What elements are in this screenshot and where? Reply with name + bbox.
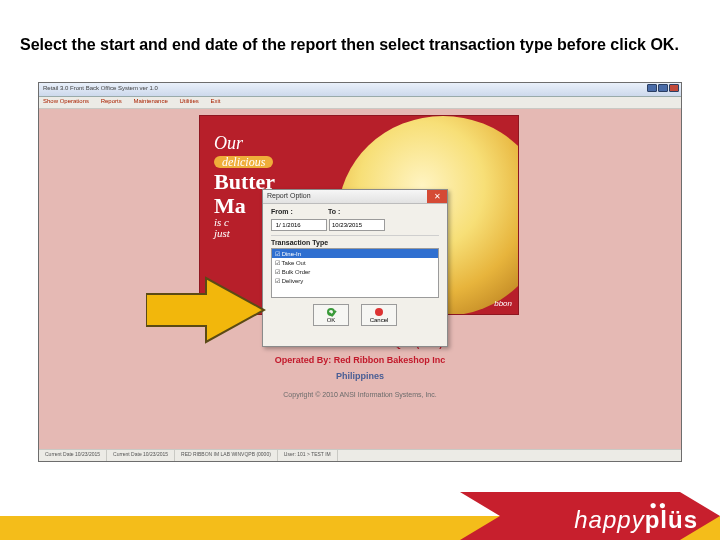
brand-word-b: plüs (645, 506, 698, 533)
from-label: From : (271, 208, 326, 215)
menubar: Show Operations Reports Maintenance Util… (39, 97, 681, 109)
dialog-body: From : To : Transaction Type ☑ Dine-In ☑… (263, 204, 447, 330)
list-item[interactable]: ☑ Delivery (272, 276, 438, 285)
cancel-label: Cancel (370, 317, 389, 323)
dialog-titlebar: Report Option ✕ (263, 190, 447, 204)
status-cell: RED RIBBON IM LAB WINVQPB (0000) (175, 450, 278, 461)
copyright: Copyright © 2010 ANSI Information System… (39, 391, 681, 398)
maximize-button[interactable] (658, 84, 668, 92)
ok-label: OK (327, 317, 336, 323)
statusbar: Current Date 10/23/2015 Current Date 10/… (39, 449, 681, 461)
check-icon (327, 308, 335, 316)
brand-word-a: happy (574, 506, 644, 533)
list-item[interactable]: ☑ Dine-In (272, 249, 438, 258)
minimize-button[interactable] (647, 84, 657, 92)
from-date-input[interactable] (271, 219, 327, 231)
cancel-button[interactable]: Cancel (361, 304, 397, 326)
poster-line: Our (214, 134, 275, 153)
list-item[interactable]: ☑ Take Out (272, 258, 438, 267)
menu-item[interactable]: Exit (210, 98, 220, 104)
country: Philippines (39, 371, 681, 381)
status-cell: User: 101 > TEST IM (278, 450, 338, 461)
instruction-text: Select the start and end date of the rep… (20, 35, 700, 56)
dialog-title: Report Option (267, 192, 311, 199)
window-title: Retail 3.0 Front Back Office System ver … (43, 85, 158, 91)
window-buttons (647, 84, 679, 92)
titlebar: Retail 3.0 Front Back Office System ver … (39, 83, 681, 97)
report-option-dialog: Report Option ✕ From : To : Transaction … (262, 189, 448, 347)
store-info: RED RIBBON IM LAB WINVQPB (0000) Operate… (39, 339, 681, 398)
poster-badge: delicious (214, 156, 273, 169)
poster-brand: bbon (494, 299, 512, 308)
menu-item[interactable]: Maintenance (133, 98, 167, 104)
close-button[interactable] (669, 84, 679, 92)
list-item[interactable]: ☑ Bulk Order (272, 267, 438, 276)
to-date-input[interactable] (329, 219, 385, 231)
brand-logo: happyplüs (574, 506, 698, 534)
svg-marker-0 (146, 278, 264, 342)
dialog-close-button[interactable]: ✕ (427, 190, 447, 203)
ok-button[interactable]: OK (313, 304, 349, 326)
operated-by: Operated By: Red Ribbon Bakeshop Inc (39, 355, 681, 365)
status-cell: Current Date 10/23/2015 (107, 450, 175, 461)
menu-item[interactable]: Utilities (179, 98, 198, 104)
menu-item[interactable]: Reports (101, 98, 122, 104)
status-cell: Current Date 10/23/2015 (39, 450, 107, 461)
to-label: To : (328, 208, 368, 215)
callout-arrow-icon (146, 274, 266, 346)
transaction-type-list[interactable]: ☑ Dine-In ☑ Take Out ☑ Bulk Order ☑ Deli… (271, 248, 439, 298)
menu-item[interactable]: Show Operations (43, 98, 89, 104)
cancel-icon (375, 308, 383, 316)
transaction-type-label: Transaction Type (271, 235, 439, 246)
slide-footer: ●● happyplüs (0, 492, 720, 540)
